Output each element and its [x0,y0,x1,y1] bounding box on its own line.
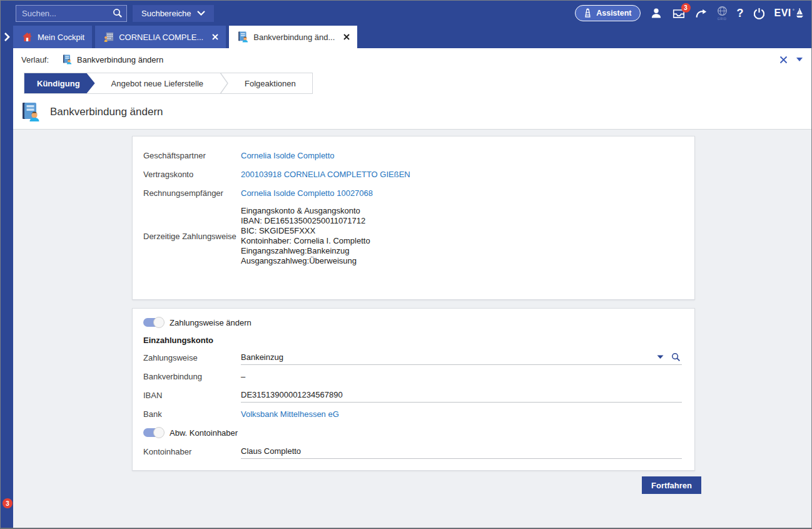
new-payment-panel: Zahlungsweise ändern Einzahlungskonto Za… [132,308,695,471]
logo-text: EVI [774,8,791,19]
forward-arrow-icon [695,8,708,19]
wizard-step-kuendigung[interactable]: Kündigung [24,73,95,93]
form-row-geschaeftspartner: Geschäftspartner Cornelia Isolde Complet… [143,146,682,165]
bankverbindung-value: – [241,372,245,381]
grid-button[interactable]: GRID [717,6,728,21]
zahlungsweise-value: Bankeinzug [241,352,283,362]
payment-detail-line: Ausgangszahlweg:Überweisung [241,256,370,266]
tab-cornelia-completto[interactable]: CORNELIA COMPLE... [95,26,226,48]
vertragskonto-link[interactable]: 200103918 CORNELIA COMPLETTO GIEßEN [241,170,410,179]
continue-button[interactable]: Fortfahren [642,476,701,494]
history-item[interactable]: Bankverbindung ändern [63,54,163,64]
page-title: Bankverbindung ändern [50,106,163,118]
logo-mark: ° [793,8,794,14]
history-bar-actions [779,48,803,71]
close-icon[interactable] [779,56,788,64]
section-header-einzahlungskonto: Einzahlungskonto [143,332,682,348]
sidebar-expand-button[interactable] [1,26,13,48]
toggle-row-zahlungsweise-aendern: Zahlungsweise ändern [143,313,682,332]
wizard-steps: Kündigung Angebot neue Lieferstelle Folg… [24,73,313,94]
toggle-knob [153,317,165,328]
evi-logo: EVI ° [774,8,804,19]
tab-bar: Mein Cockpit CORNELIA COMPLE... Bankverb… [1,26,811,48]
tab-close-icon[interactable] [343,34,350,40]
logout-button[interactable] [753,8,765,19]
iban-value: DE31513900001234567890 [241,390,343,399]
form-row-bank: Bank Volksbank Mittelhessen eG [143,404,682,423]
chevron-down-icon[interactable] [796,58,803,61]
field-label: Geschäftspartner [143,151,241,160]
field-label: IBAN [143,391,241,400]
wizard-step-angebot[interactable]: Angebot neue Lieferstelle [95,73,220,93]
search-icon[interactable] [671,352,681,362]
tab-mein-cockpit[interactable]: Mein Cockpit [13,26,92,48]
tab-label: CORNELIA COMPLE... [119,33,203,42]
search-icon[interactable] [113,8,123,18]
side-notification-badge: 3 [3,498,13,508]
left-side-strip: 3 [1,48,13,528]
book-person-icon [21,102,40,122]
kontoinhaber-value: Claus Completto [241,446,301,456]
inbox-button[interactable]: 3 [672,8,686,19]
field-label: Kontoinhaber [143,447,241,456]
history-bar: Verlauf: Bankverbindung ändern [13,48,811,71]
geschaeftspartner-link[interactable]: Cornelia Isolde Completto [241,151,335,160]
field-label: Derzeitige Zahlungsweise [143,232,241,241]
history-label: Verlauf: [21,55,49,64]
form-row-derzeitige-zahlungsweise: Derzeitige Zahlungsweise Eingangskonto &… [143,206,682,266]
history-item-label: Bankverbindung ändern [77,55,163,64]
payment-detail-line: IBAN: DE16513500250011071712 [241,216,370,226]
main-content: Geschäftspartner Cornelia Isolde Complet… [13,129,811,528]
abw-kontoinhaber-toggle[interactable] [143,428,162,437]
toggle-label: Zahlungsweise ändern [170,318,251,327]
content-header: Verlauf: Bankverbindung ändern Kündigung… [13,48,811,129]
bank-value-wrap: Volksbank Mittelhessen eG [241,406,682,421]
field-label: Rechnungsempfänger [143,188,241,198]
form-row-vertragskonto: Vertragskonto 200103918 CORNELIA COMPLET… [143,165,682,183]
assistant-button[interactable]: Assistent [575,5,640,21]
search-input[interactable] [22,9,113,18]
global-search[interactable] [16,5,127,22]
building-person-icon [104,32,114,43]
tab-bankverbindung-aendern[interactable]: Bankverbindung änd... [229,26,357,48]
form-row-iban: IBAN DE31513900001234567890 [143,386,682,404]
wizard-step-folgeaktionen[interactable]: Folgeaktionen [228,73,312,93]
home-icon [22,32,33,42]
user-menu-button[interactable] [650,7,662,19]
bank-link[interactable]: Volksbank Mittelhessen eG [241,409,339,419]
user-icon [650,7,662,19]
toggle-label: Abw. Kontoinhaber [170,428,238,438]
payment-detail-line: Eingangszahlweg:Bankeinzug [241,246,370,256]
grid-label: GRID [718,17,727,21]
payment-detail-line: Kontoinhaber: Cornelia I. Completto [241,236,370,246]
zahlungsweise-select[interactable]: Bankeinzug [241,350,682,365]
tab-label: Mein Cockpit [38,33,84,42]
zahlungsweise-aendern-toggle[interactable] [143,318,162,327]
kontoinhaber-input[interactable]: Claus Completto [241,444,682,459]
field-label: Bankverbindung [143,372,241,381]
assistant-label: Assistent [596,9,631,18]
rechnungsempfaenger-link[interactable]: Cornelia Isolde Completto 10027068 [241,188,373,198]
chevron-down-icon[interactable] [657,355,664,359]
inbox-badge: 3 [681,3,691,13]
power-icon [753,8,765,19]
tab-close-icon[interactable] [212,34,218,40]
form-row-bankverbindung: Bankverbindung – [143,367,682,386]
form-row-kontoinhaber: Kontoinhaber Claus Completto [143,442,682,461]
current-payment-details: Eingangskonto & Ausgangskonto IBAN: DE16… [241,206,370,266]
chevron-right-icon [4,33,10,41]
app-window: Suchbereiche Assistent 3 [0,0,812,529]
field-icons [657,352,682,362]
toggle-knob [153,427,165,438]
current-payment-panel: Geschäftspartner Cornelia Isolde Complet… [132,136,695,300]
top-bar: Suchbereiche Assistent 3 [1,1,811,26]
globe-icon [717,6,728,16]
topbar-actions: Assistent 3 GRID ? EVI ° [575,5,811,21]
help-button[interactable]: ? [737,7,744,20]
iban-input[interactable]: DE31513900001234567890 [241,388,682,403]
payment-detail-line: BIC: SKGIDE5FXXX [241,226,370,236]
sailboat-icon [796,8,804,19]
field-label: Bank [143,409,241,419]
forward-button[interactable] [695,8,708,19]
search-areas-dropdown[interactable]: Suchbereiche [133,5,214,22]
